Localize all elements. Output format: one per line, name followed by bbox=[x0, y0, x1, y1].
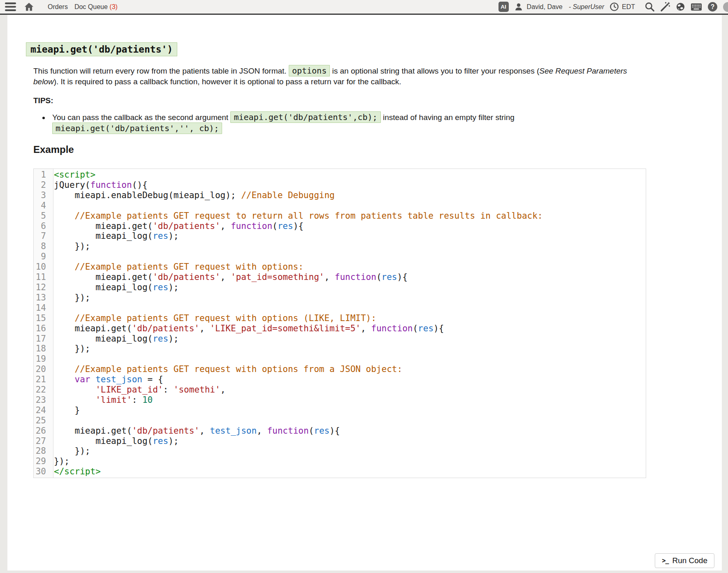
tips-list: You can pass the callback as the second … bbox=[33, 112, 646, 134]
code-line: 26 mieapi.get('db/patients', test_json, … bbox=[34, 426, 646, 436]
text-segment: is an optional string that allows you to… bbox=[330, 67, 539, 75]
text-segment: ). It is required to pass a callback fun… bbox=[54, 77, 401, 86]
code-text bbox=[50, 354, 59, 364]
ai-badge[interactable]: AI bbox=[498, 2, 509, 12]
code-text: mieapi_log(res); bbox=[50, 436, 179, 446]
code-text: }); bbox=[50, 456, 70, 467]
example-heading: Example bbox=[33, 144, 646, 155]
line-number: 1 bbox=[34, 170, 50, 180]
line-number: 25 bbox=[34, 416, 50, 426]
line-number: 19 bbox=[34, 354, 50, 364]
run-code-button[interactable]: >_ Run Code bbox=[655, 553, 714, 568]
code-text: mieapi.get('db/patients', 'LIKE_pat_id=s… bbox=[50, 323, 444, 334]
code-text: var test_json = { bbox=[50, 374, 163, 385]
line-number: 8 bbox=[34, 241, 50, 252]
line-number: 18 bbox=[34, 344, 50, 354]
clock-icon[interactable] bbox=[610, 2, 619, 12]
list-item: You can pass the callback as the second … bbox=[50, 112, 646, 134]
help-icon[interactable]: ? bbox=[707, 2, 718, 12]
line-number: 15 bbox=[34, 313, 50, 323]
line-number: 10 bbox=[34, 262, 50, 272]
line-number: 16 bbox=[34, 323, 50, 334]
line-number: 6 bbox=[34, 221, 50, 231]
line-number: 23 bbox=[34, 395, 50, 405]
code-line: 20 //Example patients GET request with o… bbox=[34, 364, 646, 374]
code-line: 12 mieapi_log(res); bbox=[34, 282, 646, 293]
code-line: 29}); bbox=[34, 456, 646, 467]
code-text: mieapi_log(res); bbox=[50, 282, 179, 293]
doc-queue-count-badge: (3) bbox=[109, 3, 118, 10]
code-line: 8 }); bbox=[34, 241, 646, 252]
line-number: 2 bbox=[34, 180, 50, 190]
nav-orders[interactable]: Orders bbox=[48, 3, 68, 11]
code-text: 'LIKE_pat_id': 'somethi', bbox=[50, 385, 225, 395]
code-line: 28 }); bbox=[34, 446, 646, 456]
line-number: 27 bbox=[34, 436, 50, 446]
code-text: </script> bbox=[50, 467, 101, 477]
code-line: 19 bbox=[34, 354, 646, 364]
line-number: 26 bbox=[34, 426, 50, 436]
code-line: 15 //Example patients GET request with o… bbox=[34, 313, 646, 323]
code-text: }); bbox=[50, 446, 90, 456]
line-number: 14 bbox=[34, 303, 50, 313]
code-line: 23 'limit': 10 bbox=[34, 395, 646, 405]
code-line: 13 }); bbox=[34, 293, 646, 303]
code-text: jQuery(function(){ bbox=[50, 180, 148, 190]
keyboard-icon[interactable] bbox=[691, 3, 702, 11]
home-icon[interactable] bbox=[24, 2, 34, 12]
code-line: 21 var test_json = { bbox=[34, 374, 646, 385]
line-number: 13 bbox=[34, 293, 50, 303]
code-block: 1<script>2jQuery(function(){3 mieapi.ena… bbox=[33, 169, 646, 478]
globe-icon[interactable] bbox=[676, 2, 685, 12]
timezone-label: EDT bbox=[622, 3, 635, 11]
code-line: 5 //Example patients GET request to retu… bbox=[34, 211, 646, 221]
page-title: mieapi.get('db/patients') bbox=[26, 42, 177, 56]
code-line: 27 mieapi_log(res); bbox=[34, 436, 646, 446]
code-text: //Example patients GET request with opti… bbox=[50, 262, 304, 272]
code-line: 4 bbox=[34, 201, 646, 211]
code-line: 16 mieapi.get('db/patients', 'LIKE_pat_i… bbox=[34, 323, 646, 334]
user-name[interactable]: David, Dave bbox=[527, 3, 563, 11]
hamburger-menu-icon[interactable] bbox=[5, 2, 16, 12]
line-number: 20 bbox=[34, 364, 50, 374]
line-number: 29 bbox=[34, 456, 50, 467]
code-line: 17 mieapi_log(res); bbox=[34, 334, 646, 344]
code-line: 22 'LIKE_pat_id': 'somethi', bbox=[34, 385, 646, 395]
line-number: 28 bbox=[34, 446, 50, 456]
tips-heading: TIPS: bbox=[33, 96, 646, 105]
user-icon[interactable] bbox=[514, 2, 523, 12]
code-line: 7 mieapi_log(res); bbox=[34, 231, 646, 241]
code-text: mieapi.get('db/patients', test_json, fun… bbox=[50, 426, 340, 436]
code-text: //Example patients GET request with opti… bbox=[50, 313, 376, 323]
inline-code-chip: mieapi.get('db/patients',cb); bbox=[230, 111, 380, 123]
code-text: mieapi.get('db/patients', function(res){ bbox=[50, 221, 304, 231]
code-text: mieapi.get('db/patients', 'pat_id=someth… bbox=[50, 272, 408, 282]
nav-doc-queue[interactable]: Doc Queue (3) bbox=[74, 3, 118, 11]
code-text: }); bbox=[50, 293, 90, 303]
magic-wand-icon[interactable] bbox=[660, 2, 670, 12]
line-number: 7 bbox=[34, 231, 50, 241]
code-text: }); bbox=[50, 344, 90, 354]
line-number: 17 bbox=[34, 334, 50, 344]
doc-panel: mieapi.get('db/patients') This function … bbox=[7, 15, 722, 571]
clipped-edge-icon[interactable] bbox=[723, 2, 728, 12]
code-line: 10 //Example patients GET request with o… bbox=[34, 262, 646, 272]
line-number: 21 bbox=[34, 374, 50, 385]
code-text bbox=[50, 416, 59, 426]
code-text bbox=[50, 303, 59, 313]
line-number: 30 bbox=[34, 467, 50, 477]
terminal-prompt-icon: >_ bbox=[662, 557, 668, 564]
line-number: 5 bbox=[34, 211, 50, 221]
code-line: 30</script> bbox=[34, 467, 646, 477]
line-number: 11 bbox=[34, 272, 50, 282]
code-line: 1<script> bbox=[34, 170, 646, 180]
svg-text:?: ? bbox=[711, 3, 715, 10]
code-line: 18 }); bbox=[34, 344, 646, 354]
code-text: 'limit': 10 bbox=[50, 395, 153, 405]
text-segment: You can pass the callback as the second … bbox=[52, 113, 230, 122]
code-text: //Example patients GET request with opti… bbox=[50, 364, 402, 374]
search-icon[interactable] bbox=[645, 2, 655, 12]
code-line: 24 } bbox=[34, 405, 646, 416]
code-text bbox=[50, 252, 59, 262]
text-segment: This function will return every row from… bbox=[33, 67, 289, 75]
